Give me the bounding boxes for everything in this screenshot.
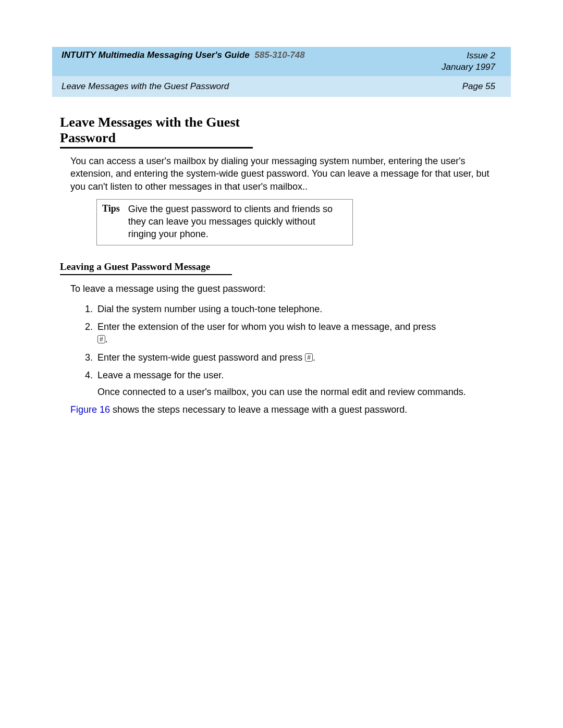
figure-reference: Figure 16 shows the steps necessary to l… [70, 403, 503, 416]
list-item: Dial the system number using a touch-ton… [95, 303, 503, 315]
tips-text: Give the guest password to clients and f… [125, 200, 352, 245]
content-area: Leave Messages with the Guest Password Y… [52, 97, 511, 416]
tips-box: Tips Give the guest password to clients … [96, 199, 353, 245]
figure-reference-text: shows the steps necessary to leave a mes… [110, 404, 407, 415]
step-text-tail: . [313, 352, 315, 363]
section-intro: You can access a user's mailbox by diali… [70, 155, 503, 193]
issue-label: Issue 2 [442, 50, 495, 61]
list-item: Enter the system-wide guest password and… [95, 351, 503, 364]
tips-label: Tips [97, 200, 125, 245]
list-item: Leave a message for the user. Once conne… [95, 369, 503, 399]
header-bar-primary: INTUITY Multimedia Messaging User's Guid… [52, 47, 511, 76]
step-subtext: Once connected to a user's mailbox, you … [97, 386, 503, 398]
doc-issue-date: Issue 2 January 1997 [442, 50, 495, 73]
step-text: Enter the extension of the user for whom… [97, 322, 436, 332]
step-text: Dial the system number using a touch-ton… [97, 304, 322, 314]
pound-key-icon: # [97, 335, 105, 343]
breadcrumb: Leave Messages with the Guest Password [62, 81, 229, 92]
step-text-tail: . [105, 334, 108, 344]
page-number: Page 55 [462, 81, 495, 92]
doc-title-block: INTUITY Multimedia Messaging User's Guid… [62, 50, 305, 60]
step-text: Enter the system-wide guest password and… [97, 352, 305, 363]
steps-list: Dial the system number using a touch-ton… [83, 303, 503, 399]
subsection-lead: To leave a message using the guest passw… [70, 282, 503, 295]
document-page: INTUITY Multimedia Messaging User's Guid… [0, 0, 563, 728]
list-item: Enter the extension of the user for whom… [95, 320, 503, 346]
issue-date: January 1997 [442, 61, 495, 73]
figure-link[interactable]: Figure 16 [70, 404, 110, 415]
header-bar-secondary: Leave Messages with the Guest Password P… [52, 76, 511, 97]
subsection-heading: Leaving a Guest Password Message [60, 260, 232, 276]
pound-key-icon: # [305, 353, 313, 362]
doc-title: INTUITY Multimedia Messaging User's Guid… [62, 50, 250, 60]
step-text: Leave a message for the user. [97, 370, 224, 380]
doc-number: 585-310-748 [254, 50, 304, 60]
section-title: Leave Messages with the Guest Password [60, 115, 253, 149]
